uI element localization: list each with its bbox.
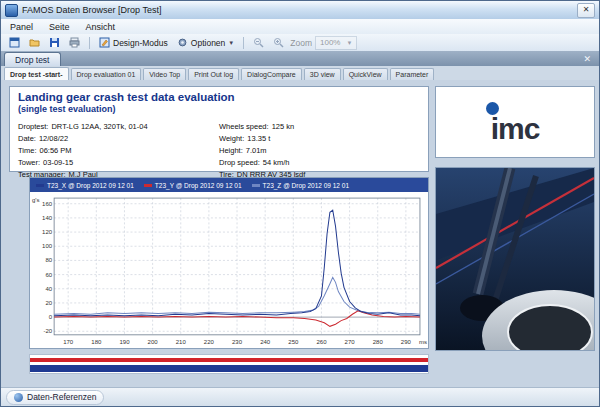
svg-text:230: 230 xyxy=(232,339,243,345)
landing-gear-photo xyxy=(435,167,595,351)
svg-text:40: 40 xyxy=(45,286,52,292)
field-droptest: Droptest:DRT-LG 12AA, 320Tk, 01-04 xyxy=(18,122,219,131)
subtab-drop-test-start[interactable]: Drop test -start- xyxy=(4,67,69,80)
printer-icon xyxy=(69,37,80,48)
red-stripe xyxy=(30,358,428,362)
design-mode-button[interactable]: Design-Modus xyxy=(96,36,171,49)
field-drop-speed: Drop speed:54 km/h xyxy=(219,158,420,167)
svg-text:170: 170 xyxy=(63,339,74,345)
page-title: Landing gear crash test data evaluation xyxy=(18,91,420,103)
data-reference-icon xyxy=(14,393,23,402)
series-color-chip xyxy=(144,184,152,187)
series-color-chip xyxy=(252,184,260,187)
menu-bar: Panel Seite Ansicht xyxy=(1,19,599,35)
zoom-label: Zoom xyxy=(290,38,312,48)
svg-text:190: 190 xyxy=(119,339,130,345)
close-button[interactable]: ✕ xyxy=(577,3,595,18)
field-date: Date:12/08/22 xyxy=(18,134,219,143)
legend-entry-t23z[interactable]: T23_Z @ Drop 2012 09 12 01 xyxy=(252,182,349,189)
menu-seite[interactable]: Seite xyxy=(47,22,72,32)
tab-drop-test[interactable]: Drop test xyxy=(4,52,61,66)
svg-text:270: 270 xyxy=(345,339,356,345)
brand-stripe-bar xyxy=(29,354,429,374)
chart-legend: T23_X @ Drop 2012 09 12 01 T23_Y @ Drop … xyxy=(30,178,428,192)
subtab-quickview[interactable]: QuickView xyxy=(343,68,388,80)
zoom-value: 100% xyxy=(320,38,340,47)
toolbar: Design-Modus Optionen ▼ Zoom 100% ▼ xyxy=(1,34,599,52)
options-gear-icon xyxy=(177,37,188,48)
subtab-drop-evaluation-01[interactable]: Drop evaluation 01 xyxy=(71,68,142,80)
svg-text:200: 200 xyxy=(148,339,159,345)
svg-text:160: 160 xyxy=(42,201,53,207)
chevron-down-icon: ▼ xyxy=(228,40,234,46)
svg-text:60: 60 xyxy=(45,272,52,278)
chart-panel: T23_X @ Drop 2012 09 12 01 T23_Y @ Drop … xyxy=(29,177,429,349)
svg-text:240: 240 xyxy=(260,339,271,345)
svg-text:220: 220 xyxy=(204,339,215,345)
app-window: FAMOS Daten Browser [Drop Test] ✕ Panel … xyxy=(0,0,600,407)
svg-text:250: 250 xyxy=(288,339,299,345)
field-wheels-speed: Wheels speed:125 kn xyxy=(219,122,420,131)
subtab-dialogcompare[interactable]: DialogCompare xyxy=(241,68,302,80)
imc-logo-text: imc xyxy=(491,116,540,142)
window-title: FAMOS Daten Browser [Drop Test] xyxy=(22,5,161,15)
subtab-3d-view[interactable]: 3D view xyxy=(304,68,341,80)
zoom-out-icon xyxy=(253,37,264,48)
landing-gear-photo-image xyxy=(436,168,594,350)
svg-text:280: 280 xyxy=(373,339,384,345)
line-chart: 170180190200210220230240250260270280290-… xyxy=(30,192,428,348)
imc-logo-panel: imc xyxy=(435,86,595,158)
svg-text:100: 100 xyxy=(42,243,53,249)
svg-text:0: 0 xyxy=(49,314,53,320)
zoom-in-icon xyxy=(273,37,284,48)
subtab-parameter[interactable]: Parameter xyxy=(390,68,435,80)
app-icon xyxy=(5,4,18,17)
print-button[interactable] xyxy=(66,36,83,49)
status-bar: Daten-Referenzen xyxy=(1,387,599,406)
blue-stripe xyxy=(30,365,428,372)
subtab-print-out-log[interactable]: Print Out log xyxy=(188,68,239,80)
menu-panel[interactable]: Panel xyxy=(8,22,35,32)
svg-text:ms: ms xyxy=(419,339,427,345)
svg-text:260: 260 xyxy=(316,339,327,345)
menu-ansicht[interactable]: Ansicht xyxy=(84,22,118,32)
open-button[interactable] xyxy=(26,36,43,49)
content-area: Landing gear crash test data evaluation … xyxy=(1,80,599,388)
svg-text:80: 80 xyxy=(45,257,52,263)
legend-entry-t23x[interactable]: T23_X @ Drop 2012 09 12 01 xyxy=(36,182,134,189)
field-height: Height:7.01m xyxy=(219,146,420,155)
svg-text:g's: g's xyxy=(32,197,40,203)
new-panel-button[interactable] xyxy=(6,36,23,49)
zoom-out-button[interactable] xyxy=(250,36,267,49)
options-button[interactable]: Optionen ▼ xyxy=(174,36,237,49)
status-label: Daten-Referenzen xyxy=(27,392,96,402)
zoom-in-button[interactable] xyxy=(270,36,287,49)
svg-text:140: 140 xyxy=(42,215,53,221)
svg-text:290: 290 xyxy=(401,339,412,345)
legend-entry-t23y[interactable]: T23_Y @ Drop 2012 09 12 01 xyxy=(144,182,242,189)
svg-text:20: 20 xyxy=(45,300,52,306)
main-tab-strip: Drop test ✕ xyxy=(1,51,599,66)
toolbar-separator xyxy=(89,37,90,49)
save-icon xyxy=(49,37,60,48)
open-folder-icon xyxy=(29,37,40,48)
field-tower: Tower:03-09-15 xyxy=(18,158,219,167)
page-subtitle: (single test evaluation) xyxy=(18,104,420,114)
series-color-chip xyxy=(36,184,44,187)
title-bar: FAMOS Daten Browser [Drop Test] ✕ xyxy=(1,1,599,20)
toolbar-separator xyxy=(243,37,244,49)
save-button[interactable] xyxy=(46,36,63,49)
daten-referenzen-button[interactable]: Daten-Referenzen xyxy=(6,390,104,405)
options-label: Optionen xyxy=(191,38,226,48)
tab-close-icon[interactable]: ✕ xyxy=(583,55,591,64)
zoom-select[interactable]: 100% ▼ xyxy=(315,36,357,50)
test-info-fields: Droptest:DRT-LG 12AA, 320Tk, 01-04 Date:… xyxy=(18,119,420,179)
subtab-video-top[interactable]: Video Top xyxy=(143,68,186,80)
chevron-down-icon: ▼ xyxy=(346,40,352,46)
chart-plot-area[interactable]: 170180190200210220230240250260270280290-… xyxy=(30,192,428,348)
field-weight: Weight:13.35 t xyxy=(219,134,420,143)
svg-text:210: 210 xyxy=(176,339,187,345)
svg-text:180: 180 xyxy=(91,339,102,345)
field-time: Time:06:56 PM xyxy=(18,146,219,155)
design-mode-icon xyxy=(99,37,110,48)
